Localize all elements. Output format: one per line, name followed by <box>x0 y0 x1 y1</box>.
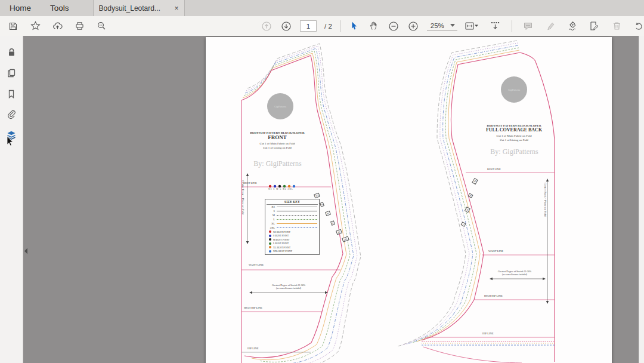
back-hip-line-label: HIP LINE <box>482 333 493 336</box>
content-area: GigiPatterns BODYSUIT PATTERN BLOCK/SLOP… <box>0 36 644 363</box>
page-number-input[interactable]: 1 <box>300 20 317 32</box>
size-key-row: XL <box>265 222 319 226</box>
front-cut-lining: Cut 1 of Lining on Fold <box>239 146 316 150</box>
size-key-row: S <box>265 209 319 213</box>
front-title: FRONT <box>239 135 316 141</box>
bust-point-row-labels: XS S M L XL 2XL <box>268 189 293 191</box>
delete-icon[interactable] <box>611 20 623 32</box>
document-tab-title: Bodysuit_Leotard... <box>99 4 160 13</box>
back-waist-line-label: WAIST LINE <box>488 250 503 253</box>
mouse-cursor <box>7 136 14 149</box>
bookmark-icon[interactable] <box>5 87 18 100</box>
page-total-label: / 2 <box>324 23 332 30</box>
document-tab[interactable]: Bodysuit_Leotard... × <box>93 0 185 16</box>
front-stretch-note-1: Greatest Degree of Stretch 21-30% <box>259 284 318 287</box>
scroll-mode-icon[interactable] <box>490 20 501 32</box>
comment-icon[interactable] <box>522 20 534 32</box>
close-icon[interactable]: × <box>175 4 179 13</box>
front-cut-main: Cut 1 of Main Fabric on Fold <box>239 142 316 146</box>
highlight-icon[interactable] <box>544 20 556 32</box>
print-icon[interactable] <box>73 20 85 32</box>
back-high-hip-line-label: HIGH HIP LINE <box>484 295 503 298</box>
back-title: FULL COVERAGE BACK <box>475 128 553 133</box>
toolbar-divider <box>340 20 340 32</box>
front-hip-line-label: HIP LINE <box>247 347 258 350</box>
undo-icon[interactable] <box>633 20 644 32</box>
zoom-level-value: 25% <box>431 22 444 29</box>
size-key-row: 2XL <box>265 226 319 230</box>
zoom-level-dropdown[interactable]: 25% <box>427 21 457 31</box>
logo-stamp: GigiPatterns <box>267 93 293 119</box>
size-key-row: L <box>265 217 319 222</box>
size-key-row: M <box>265 213 319 217</box>
tab-bar: Home Tools Bodysuit_Leotard... × <box>0 0 644 17</box>
back-byline: By: GigiPatterns <box>471 148 558 156</box>
pages-icon[interactable] <box>5 66 18 79</box>
size-key: SIZE KEY XS S M L XL 2XL XS BUST POINT S… <box>265 199 320 255</box>
back-cut-main: Cut 1 of Main Fabric on Fold <box>475 134 553 138</box>
tab-home[interactable]: Home <box>0 0 41 16</box>
front-high-hip-line-label: HIGH HIP LINE <box>244 307 262 310</box>
chevron-down-icon <box>450 24 455 27</box>
front-bust-line-label: BUST LINE <box>243 182 257 185</box>
vertical-scrollbar[interactable] <box>639 36 644 363</box>
back-stretch-note-2: (no seam allowance included) <box>485 274 544 276</box>
size-key-row: XS <box>265 205 319 209</box>
lock-icon[interactable] <box>5 45 18 59</box>
select-tool-icon[interactable] <box>348 20 360 32</box>
front-waist-line-label: WAIST LINE <box>249 264 264 267</box>
navigation-sidebar <box>0 36 23 363</box>
document-canvas[interactable]: GigiPatterns BODYSUIT PATTERN BLOCK/SLOP… <box>23 36 639 363</box>
search-icon[interactable] <box>95 20 107 32</box>
zoom-out-icon[interactable] <box>388 20 400 32</box>
size-key-title: SIZE KEY <box>267 200 318 205</box>
back-bust-line-label: BUST LINE <box>487 168 501 171</box>
back-stretch-note-1: Greatest Degree of Stretch 21-30% <box>485 270 544 273</box>
tab-tools[interactable]: Tools <box>41 0 79 16</box>
front-byline: By: GigiPatterns <box>234 160 321 168</box>
back-fold-label: Center Back - Place on Fold <box>543 183 547 260</box>
acrobat-window: Home Tools Bodysuit_Leotard... × 1 / 2 <box>0 0 644 363</box>
share-upload-icon[interactable] <box>51 20 63 32</box>
logo-stamp: GigiPatterns <box>501 76 527 103</box>
zoom-in-icon[interactable] <box>407 20 419 32</box>
fill-sign-icon[interactable] <box>566 20 578 32</box>
toolbar-divider <box>512 20 512 32</box>
front-stretch-note-2: (no seam allowance included) <box>259 288 318 290</box>
pdf-page: GigiPatterns BODYSUIT PATTERN BLOCK/SLOP… <box>206 37 612 363</box>
front-fold-label: Center Front - Place on Fold <box>241 180 244 245</box>
attachment-icon[interactable] <box>5 108 18 121</box>
page-fit-icon[interactable] <box>464 20 479 32</box>
edit-page-icon[interactable] <box>589 20 600 32</box>
panel-collapse-arrow[interactable] <box>24 246 28 257</box>
page-down-icon[interactable] <box>280 20 292 32</box>
bust-point-legend-row: XXL BUST POINT <box>265 250 319 254</box>
main-toolbar: 1 / 2 25% <box>0 16 644 36</box>
hand-tool-icon[interactable] <box>368 20 380 32</box>
back-cut-lining: Cut 1 of Lining on Fold <box>475 139 553 142</box>
star-icon[interactable] <box>29 20 41 32</box>
save-icon[interactable] <box>7 20 19 32</box>
page-up-icon[interactable] <box>261 20 273 32</box>
